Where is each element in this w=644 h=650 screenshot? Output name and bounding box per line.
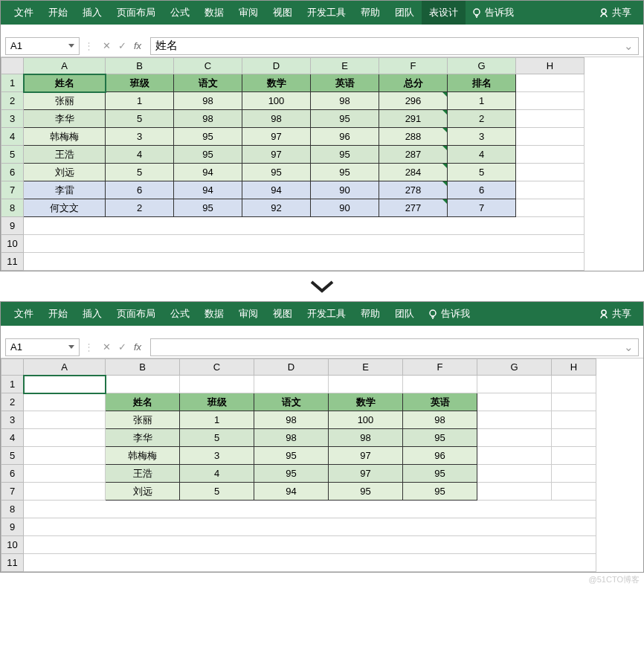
tab-table-design[interactable]: 表设计 <box>422 1 466 25</box>
cell[interactable]: 95 <box>329 483 403 501</box>
cell[interactable] <box>477 483 552 501</box>
col-header-F[interactable]: F <box>403 359 477 376</box>
cell[interactable]: 1 <box>106 92 174 110</box>
cell[interactable] <box>552 376 596 393</box>
cell[interactable]: 张丽 <box>24 92 106 110</box>
cell[interactable]: 排名 <box>448 74 516 92</box>
cell[interactable] <box>477 411 552 429</box>
cell[interactable]: 98 <box>174 92 242 110</box>
row-header[interactable]: 11 <box>1 554 24 572</box>
tab-formulas[interactable]: 公式 <box>163 1 197 25</box>
cell[interactable]: 英语 <box>311 74 379 92</box>
cancel-icon[interactable]: ✕ <box>103 40 111 51</box>
cell[interactable] <box>24 554 596 572</box>
col-header-B[interactable]: B <box>106 58 174 74</box>
cell[interactable] <box>24 411 106 429</box>
tab-help[interactable]: 帮助 <box>353 1 387 25</box>
row-header[interactable]: 4 <box>1 128 24 146</box>
cell[interactable]: 姓名 <box>106 393 180 411</box>
row-header[interactable]: 8 <box>1 199 24 217</box>
tab-file[interactable]: 文件 <box>7 1 41 25</box>
col-header-F[interactable]: F <box>379 58 448 74</box>
cell[interactable] <box>516 110 585 128</box>
cell[interactable] <box>24 447 106 465</box>
tab-view[interactable]: 视图 <box>265 1 300 25</box>
cell[interactable] <box>552 465 596 483</box>
cell[interactable]: 100 <box>329 411 403 429</box>
row-header[interactable]: 10 <box>1 235 24 253</box>
name-box-bottom[interactable]: A1 <box>5 338 80 356</box>
cell[interactable]: 98 <box>254 429 329 447</box>
tab-home[interactable]: 开始 <box>41 302 75 326</box>
cell[interactable]: 语文 <box>174 74 242 92</box>
cell[interactable]: 韩梅梅 <box>24 128 106 146</box>
row-header[interactable]: 6 <box>1 465 24 483</box>
cell[interactable]: 95 <box>311 164 379 181</box>
cell[interactable]: 2 <box>106 199 174 217</box>
cell[interactable]: 92 <box>242 199 311 217</box>
cell[interactable]: 何文文 <box>24 199 106 217</box>
cell[interactable]: 班级 <box>180 393 254 411</box>
cell[interactable] <box>24 465 106 483</box>
cell[interactable] <box>477 429 552 447</box>
row-header[interactable]: 11 <box>1 253 24 271</box>
cell[interactable] <box>329 376 403 393</box>
confirm-icon[interactable]: ✓ <box>118 40 126 51</box>
cell[interactable] <box>24 536 596 554</box>
cell[interactable]: 5 <box>106 110 174 128</box>
share-button[interactable]: 共享 <box>593 307 637 321</box>
col-header-C[interactable]: C <box>180 359 254 376</box>
cell[interactable]: 李华 <box>24 110 106 128</box>
cell[interactable] <box>477 376 552 393</box>
fx-icon[interactable]: fx <box>134 40 141 51</box>
cell[interactable]: 6 <box>106 181 174 199</box>
cell[interactable]: 90 <box>311 199 379 217</box>
tab-insert[interactable]: 插入 <box>75 302 109 326</box>
tab-file[interactable]: 文件 <box>7 302 41 326</box>
cell[interactable]: 98 <box>254 411 329 429</box>
cell[interactable] <box>24 429 106 447</box>
cell[interactable]: 7 <box>448 199 516 217</box>
cell[interactable]: 95 <box>311 110 379 128</box>
cell[interactable]: 6 <box>448 181 516 199</box>
cell[interactable]: 98 <box>242 110 311 128</box>
share-button[interactable]: 共享 <box>593 6 637 19</box>
row-header[interactable]: 7 <box>1 483 24 501</box>
cell[interactable]: 296 <box>379 92 448 110</box>
select-all-corner[interactable] <box>1 359 24 376</box>
cell[interactable]: 1 <box>448 92 516 110</box>
row-header[interactable]: 10 <box>1 536 24 554</box>
col-header-A[interactable]: A <box>24 58 106 74</box>
tab-formulas[interactable]: 公式 <box>163 302 197 326</box>
cell[interactable]: 1 <box>180 411 254 429</box>
cell[interactable] <box>24 518 596 536</box>
cell[interactable] <box>516 74 585 92</box>
row-header[interactable]: 5 <box>1 146 24 164</box>
cell[interactable]: 4 <box>106 146 174 164</box>
cell[interactable]: 97 <box>329 447 403 465</box>
tab-team[interactable]: 团队 <box>387 302 422 326</box>
cell[interactable]: 97 <box>242 128 311 146</box>
cell[interactable]: 英语 <box>403 393 477 411</box>
grid-bottom[interactable]: A B C D E F G H 1 2 姓名班级语文数学英语 3 张丽19810… <box>1 358 643 572</box>
cell[interactable]: 94 <box>174 181 242 199</box>
tab-review[interactable]: 审阅 <box>231 302 265 326</box>
tab-insert[interactable]: 插入 <box>75 1 109 25</box>
tab-team[interactable]: 团队 <box>387 1 422 25</box>
row-header[interactable]: 7 <box>1 181 24 199</box>
tab-layout[interactable]: 页面布局 <box>109 302 163 326</box>
tab-home[interactable]: 开始 <box>41 1 75 25</box>
col-header-E[interactable]: E <box>329 359 403 376</box>
cell[interactable]: 王浩 <box>106 465 180 483</box>
confirm-icon[interactable]: ✓ <box>118 341 126 353</box>
cell[interactable]: 278 <box>379 181 448 199</box>
cell[interactable]: 277 <box>379 199 448 217</box>
cell[interactable]: 3 <box>106 128 174 146</box>
row-header[interactable]: 2 <box>1 393 24 411</box>
cell[interactable] <box>552 411 596 429</box>
cell[interactable]: 5 <box>180 483 254 501</box>
cell[interactable]: 3 <box>180 447 254 465</box>
cell[interactable]: 94 <box>174 164 242 181</box>
cell[interactable]: 95 <box>174 199 242 217</box>
cell[interactable]: 95 <box>403 465 477 483</box>
